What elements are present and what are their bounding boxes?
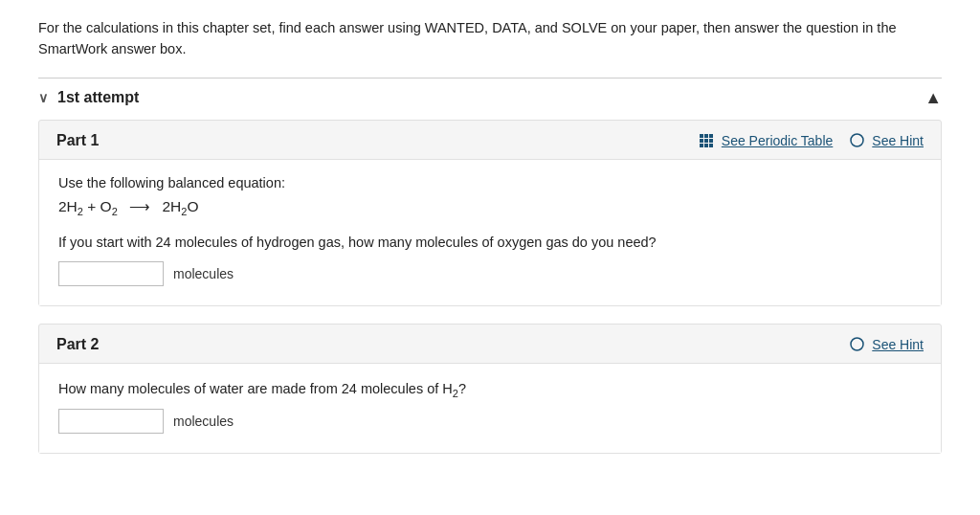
collapse-icon[interactable]: ∨ bbox=[38, 90, 48, 105]
hint-icon-part1 bbox=[850, 133, 864, 147]
part1-header: Part 1 bbox=[39, 121, 941, 160]
svg-rect-8 bbox=[709, 144, 713, 147]
part1-section: Part 1 bbox=[38, 120, 942, 306]
part2-answer-unit: molecules bbox=[173, 414, 234, 429]
part2-hint-link-text: See Hint bbox=[872, 337, 924, 352]
part2-actions: See Hint bbox=[850, 337, 924, 352]
svg-rect-5 bbox=[709, 139, 713, 143]
periodic-table-link-text: See Periodic Table bbox=[722, 133, 833, 148]
periodic-table-icon bbox=[699, 133, 714, 148]
part2-hint-link[interactable]: See Hint bbox=[850, 337, 924, 352]
part2-header: Part 2 See Hint bbox=[39, 325, 941, 364]
part1-hint-link[interactable]: See Hint bbox=[850, 133, 924, 148]
equation-intro: Use the following balanced equation: bbox=[58, 175, 922, 190]
reaction-arrow: ⟶ bbox=[129, 198, 150, 215]
svg-rect-7 bbox=[704, 144, 708, 147]
svg-rect-4 bbox=[704, 139, 708, 143]
part1-label: Part 1 bbox=[56, 132, 99, 149]
part2-section: Part 2 See Hint How many molecules of wa… bbox=[38, 324, 942, 454]
part2-question: How many molecules of water are made fro… bbox=[58, 379, 922, 401]
hint-icon-part2 bbox=[850, 337, 864, 351]
svg-rect-2 bbox=[709, 134, 713, 138]
part1-question: If you start with 24 molecules of hydrog… bbox=[58, 233, 922, 254]
svg-rect-3 bbox=[700, 139, 703, 143]
part2-body: How many molecules of water are made fro… bbox=[39, 364, 941, 453]
part1-body: Use the following balanced equation: 2H2… bbox=[39, 160, 941, 305]
part1-answer-unit: molecules bbox=[173, 266, 234, 281]
svg-point-9 bbox=[851, 134, 863, 146]
part1-answer-row: molecules bbox=[58, 261, 922, 286]
equation-display: 2H2 + O2 ⟶ 2H2O bbox=[58, 198, 922, 217]
periodic-table-link[interactable]: See Periodic Table bbox=[699, 133, 833, 148]
svg-rect-6 bbox=[700, 144, 703, 147]
part2-label: Part 2 bbox=[56, 336, 99, 353]
part1-answer-input[interactable] bbox=[58, 261, 164, 286]
part1-actions: See Periodic Table See Hint bbox=[699, 133, 924, 148]
attempt-row: ∨ 1st attempt ▲ bbox=[38, 88, 942, 108]
arrow-up-icon[interactable]: ▲ bbox=[924, 88, 942, 108]
svg-rect-1 bbox=[704, 134, 708, 138]
part2-answer-row: molecules bbox=[58, 409, 922, 434]
svg-point-10 bbox=[851, 338, 863, 350]
intro-text: For the calculations in this chapter set… bbox=[38, 17, 942, 60]
equation-text: 2H2 + O2 ⟶ 2H2O bbox=[58, 198, 198, 217]
svg-rect-0 bbox=[700, 134, 703, 138]
section-divider bbox=[38, 78, 942, 78]
part2-answer-input[interactable] bbox=[58, 409, 164, 434]
part1-hint-link-text: See Hint bbox=[872, 133, 924, 148]
attempt-label: 1st attempt bbox=[57, 89, 139, 106]
